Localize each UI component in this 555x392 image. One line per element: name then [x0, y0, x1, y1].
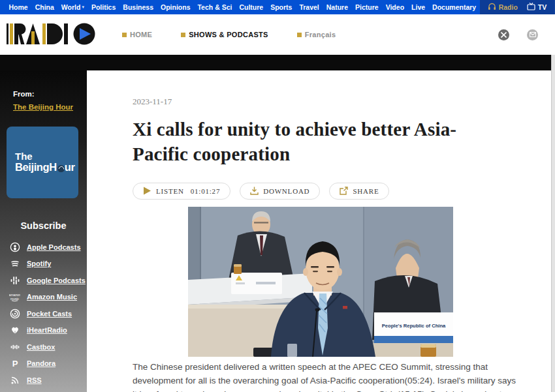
- media-switcher: Radio TV: [480, 0, 555, 14]
- share-button[interactable]: SHARE: [329, 183, 389, 200]
- subscribe-item-rss[interactable]: RSS: [0, 372, 87, 389]
- nav-item-business[interactable]: Business: [119, 3, 157, 11]
- chevron-down-icon: ▾: [82, 5, 84, 10]
- subscribe-item-pandora[interactable]: P Pandora: [0, 355, 87, 372]
- nav-item-sports[interactable]: Sports: [267, 3, 296, 11]
- subscribe-label: Spotify: [27, 260, 51, 267]
- download-label: DOWNLOAD: [263, 187, 309, 195]
- nav-item-home[interactable]: Home: [5, 3, 31, 11]
- play-icon: [143, 187, 151, 196]
- globe-icon: [57, 165, 65, 172]
- nav-item-documentary[interactable]: Documentary: [429, 3, 480, 11]
- download-icon: [250, 187, 259, 196]
- gold-square-icon: [297, 33, 302, 37]
- share-label: SHARE: [353, 187, 379, 195]
- subscribe-item-iheartradio[interactable]: iHeartRadio: [0, 322, 87, 339]
- subscribe-heading: Subscribe: [0, 220, 87, 231]
- download-button[interactable]: DOWNLOAD: [240, 183, 320, 200]
- gold-square-icon: [181, 33, 185, 37]
- subscribe-label: Pandora: [27, 359, 56, 367]
- share-icon: [340, 187, 348, 196]
- listen-button[interactable]: LISTEN 01:01:27: [133, 183, 230, 200]
- from-label: From:: [13, 90, 87, 98]
- article-photo: People's Republic of China: [188, 207, 453, 357]
- menu-item-francais-label: Français: [305, 31, 336, 38]
- article-content: 2023-11-17 Xi calls for unity to achieve…: [87, 70, 555, 392]
- nav-item-china[interactable]: China: [31, 3, 57, 11]
- subscribe-label: Castbox: [27, 343, 55, 351]
- article-date: 2023-11-17: [133, 97, 555, 107]
- tv-label: TV: [538, 3, 547, 11]
- svg-text:P: P: [12, 359, 18, 369]
- photo-placard-right: People's Republic of China: [374, 312, 453, 344]
- tv-icon: [527, 3, 535, 12]
- header-divider-band: [0, 55, 555, 70]
- beijing-hour-logo[interactable]: The BeijingHur: [7, 127, 78, 198]
- article-title: Xi calls for unity to achieve better Asi…: [133, 117, 501, 166]
- tv-link[interactable]: TV: [527, 3, 547, 12]
- top-nav: Home China World▾ Politics Business Opin…: [0, 3, 480, 11]
- subscribe-item-amazon-music[interactable]: amazonmusic Amazon Music: [0, 289, 87, 306]
- x-twitter-button[interactable]: [498, 29, 509, 40]
- beijing-hour-logo-line2b: ur: [65, 161, 75, 173]
- nav-item-nature[interactable]: Nature: [323, 3, 351, 11]
- nav-item-world-label: World: [61, 3, 81, 11]
- show-sidebar: From: The Beijing Hour The BeijingHur Su…: [0, 70, 87, 392]
- nav-item-picture[interactable]: Picture: [352, 3, 383, 11]
- amazon-music-icon: amazonmusic: [9, 292, 20, 303]
- mail-icon: [530, 32, 536, 37]
- nav-item-politics[interactable]: Politics: [87, 3, 119, 11]
- topbar-right: Radio TV: [480, 0, 555, 14]
- subscribe-item-spotify[interactable]: Spotify: [0, 256, 87, 273]
- menu-item-shows-podcasts[interactable]: SHOWS & PODCASTS: [181, 31, 268, 38]
- subscribe-item-pocket-casts[interactable]: Pocket Casts: [0, 305, 87, 322]
- header-social-icons: [498, 29, 543, 40]
- rss-icon: [9, 374, 20, 385]
- listen-duration: 01:01:27: [191, 187, 221, 195]
- beijing-hour-logo-line2a: BeijingH: [15, 161, 57, 173]
- email-button[interactable]: [527, 29, 538, 40]
- beijing-hour-logo-line1: The: [15, 151, 78, 161]
- subscribe-item-google-podcasts[interactable]: Google Podcasts: [0, 272, 87, 289]
- nav-item-opinions[interactable]: Opinions: [157, 3, 194, 11]
- x-icon: [501, 32, 507, 38]
- subscribe-item-castbox[interactable]: Castbox: [0, 339, 87, 355]
- site-header: HOME SHOWS & PODCASTS Français: [0, 14, 555, 55]
- subscribe-label: RSS: [27, 376, 42, 384]
- radio-logo[interactable]: [7, 22, 96, 49]
- article-actions: LISTEN 01:01:27 DOWNLOAD SHARE: [133, 183, 555, 200]
- main-row: From: The Beijing Hour The BeijingHur Su…: [0, 70, 555, 392]
- svg-text:music: music: [10, 297, 20, 301]
- apple-podcasts-icon: [9, 241, 20, 252]
- subscribe-item-apple-podcasts[interactable]: Apple Podcasts: [0, 239, 87, 256]
- gold-square-icon: [122, 33, 127, 37]
- nav-item-tech-sci[interactable]: Tech & Sci: [194, 3, 236, 11]
- pocket-casts-icon: [9, 308, 20, 319]
- photo-placard-left: [231, 273, 282, 294]
- header-menu: HOME SHOWS & PODCASTS Français: [122, 31, 336, 38]
- menu-item-home-label: HOME: [130, 31, 152, 38]
- placard-text: People's Republic of China: [382, 323, 446, 329]
- subscribe-label: Amazon Music: [27, 293, 77, 301]
- nav-item-video[interactable]: Video: [382, 3, 407, 11]
- nav-item-live[interactable]: Live: [408, 3, 429, 11]
- castbox-icon: [9, 341, 20, 352]
- show-link-beijing-hour[interactable]: The Beijing Hour: [13, 103, 87, 111]
- radio-link[interactable]: Radio: [488, 3, 518, 12]
- subscribe-label: Google Podcasts: [27, 277, 86, 284]
- subscribe-label: Apple Podcasts: [27, 243, 81, 251]
- nav-item-travel[interactable]: Travel: [296, 3, 323, 11]
- nav-item-world[interactable]: World▾: [57, 3, 87, 11]
- menu-item-home[interactable]: HOME: [122, 31, 152, 38]
- google-podcasts-icon: [9, 275, 20, 286]
- spotify-icon: [9, 258, 20, 269]
- subscribe-label: Pocket Casts: [27, 310, 72, 318]
- menu-item-shows-label: SHOWS & PODCASTS: [189, 31, 268, 38]
- nav-item-culture[interactable]: Culture: [236, 3, 267, 11]
- page-scrollbar[interactable]: [551, 55, 555, 392]
- headphones-icon: [488, 3, 496, 12]
- menu-item-francais[interactable]: Français: [297, 31, 336, 38]
- beijing-hour-logo-line2: BeijingHur: [15, 161, 78, 173]
- subscribe-list: Apple Podcasts Spotify Google Podcasts a…: [0, 239, 87, 389]
- subscribe-label: iHeartRadio: [27, 326, 67, 334]
